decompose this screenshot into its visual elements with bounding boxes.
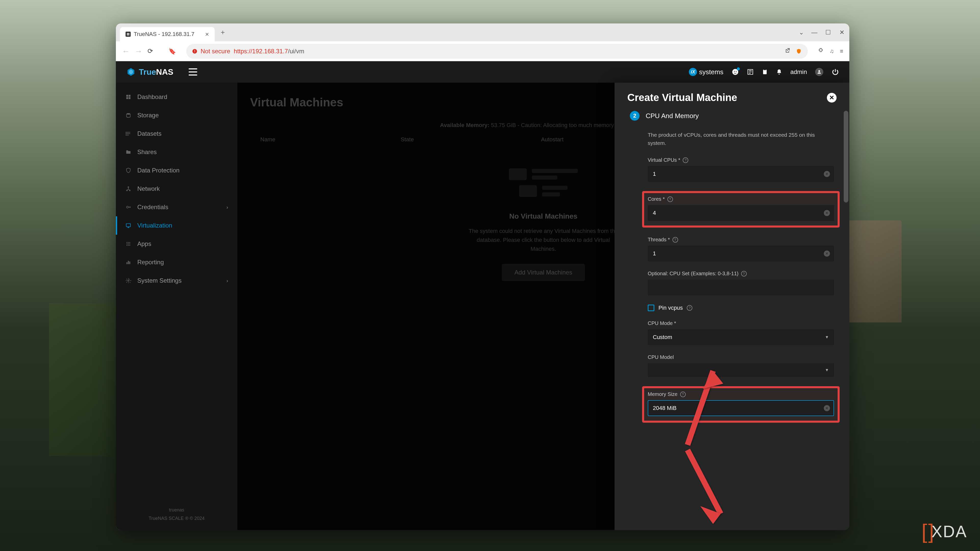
- create-vm-panel: Create Virtual Machine ✕ 2 CPU And Memor…: [614, 83, 850, 530]
- address-bar: ← → ⟳ 🔖 ! Not secure https://192.168.31.…: [116, 41, 850, 61]
- cores-label: Cores *: [648, 196, 665, 202]
- cpumodel-label: CPU Model: [648, 354, 674, 360]
- svg-rect-12: [126, 97, 128, 99]
- bookmark-icon[interactable]: 🔖: [169, 48, 176, 55]
- sidebar-item-virtualization[interactable]: Virtualization: [116, 216, 237, 235]
- brave-shield-icon[interactable]: [796, 48, 802, 54]
- help-icon[interactable]: ?: [687, 305, 692, 311]
- new-tab-button[interactable]: +: [221, 28, 225, 37]
- sidebar-item-credentials[interactable]: Credentials ›: [116, 198, 237, 216]
- svg-point-6: [735, 71, 737, 72]
- cpumodel-select[interactable]: ▼: [648, 363, 834, 377]
- threads-input[interactable]: [648, 246, 834, 262]
- back-button[interactable]: ←: [122, 47, 130, 56]
- sidebar-item-network[interactable]: Network: [116, 179, 237, 198]
- sidebar-item-label: System Settings: [137, 277, 181, 284]
- tab-favicon-icon: [126, 32, 130, 37]
- maximize-button[interactable]: ☐: [825, 29, 832, 36]
- url-text: https://192.168.31.7/ui/vm: [234, 48, 304, 55]
- help-icon[interactable]: ?: [673, 237, 678, 243]
- help-icon[interactable]: ?: [667, 197, 673, 202]
- url-box[interactable]: ! Not secure https://192.168.31.7/ui/vm: [186, 44, 808, 59]
- help-icon[interactable]: ?: [741, 271, 747, 276]
- reporting-icon: [125, 259, 132, 265]
- ixsystems-link[interactable]: iX systems: [689, 68, 723, 76]
- sidebar-item-apps[interactable]: Apps: [116, 235, 237, 253]
- user-avatar-icon[interactable]: [815, 68, 823, 76]
- svg-rect-34: [129, 262, 130, 264]
- clear-icon[interactable]: ✕: [824, 405, 830, 411]
- notifications-icon[interactable]: [776, 68, 782, 76]
- close-window-button[interactable]: ✕: [838, 29, 845, 36]
- app-topbar: TrueNAS iX systems: [116, 61, 850, 83]
- sidebar-item-data-protection[interactable]: Data Protection: [116, 161, 237, 179]
- sidebar-item-label: Dashboard: [137, 94, 167, 100]
- sidebar-item-system-settings[interactable]: System Settings ›: [116, 272, 237, 290]
- media-icon[interactable]: ♫: [830, 48, 834, 55]
- svg-point-31: [129, 245, 130, 246]
- memsize-input[interactable]: [648, 400, 834, 416]
- chevron-down-icon: ▼: [825, 368, 829, 372]
- sidebar-item-label: Shares: [137, 148, 157, 156]
- shares-icon: [125, 149, 132, 156]
- svg-point-5: [734, 71, 735, 72]
- user-label: admin: [791, 68, 807, 76]
- cpumodel-group: CPU Model ▼: [648, 354, 834, 377]
- tab-search-icon[interactable]: ⌄: [799, 29, 804, 36]
- clear-icon[interactable]: ✕: [824, 171, 830, 177]
- svg-rect-0: [127, 33, 128, 34]
- sidebar-item-shares[interactable]: Shares: [116, 143, 237, 161]
- threads-group: Threads *? ✕: [648, 237, 834, 262]
- svg-rect-8: [764, 69, 766, 70]
- status-icon[interactable]: [732, 68, 739, 76]
- cpuset-group: Optional: CPU Set (Examples: 0-3,8-11)?: [648, 271, 834, 295]
- hamburger-menu-icon[interactable]: [189, 68, 197, 76]
- chevron-right-icon: ›: [226, 278, 228, 284]
- sidebar-item-datasets[interactable]: Datasets: [116, 124, 237, 143]
- scrollbar-thumb[interactable]: [844, 111, 848, 203]
- svg-point-29: [127, 245, 127, 246]
- step-header: 2 CPU And Memory: [614, 111, 850, 126]
- insecure-icon: !: [192, 49, 197, 54]
- truenas-logo-icon: [126, 67, 136, 77]
- reload-button[interactable]: ⟳: [148, 47, 153, 55]
- sidebar-item-dashboard[interactable]: Dashboard: [116, 88, 237, 106]
- power-icon[interactable]: [832, 68, 839, 76]
- checkin-icon[interactable]: [747, 68, 754, 75]
- sidebar-item-storage[interactable]: Storage: [116, 106, 237, 124]
- key-icon: [125, 204, 132, 210]
- sidebar-item-label: Reporting: [137, 259, 164, 266]
- cpuset-input[interactable]: [648, 279, 834, 295]
- menu-icon[interactable]: ≡: [840, 48, 843, 55]
- vcpu-input[interactable]: [648, 166, 834, 182]
- panel-close-button[interactable]: ✕: [827, 93, 837, 103]
- cpumode-select[interactable]: Custom ▼: [648, 329, 834, 345]
- svg-point-18: [128, 187, 129, 188]
- pin-vcpus-checkbox[interactable]: [648, 305, 654, 311]
- sidebar-item-reporting[interactable]: Reporting: [116, 253, 237, 272]
- empty-state: No Virtual Machines The system could not…: [467, 168, 620, 281]
- clipboard-icon[interactable]: [762, 68, 768, 76]
- security-label: Not secure: [200, 48, 230, 55]
- help-icon[interactable]: ?: [682, 157, 688, 163]
- clear-icon[interactable]: ✕: [824, 210, 830, 216]
- active-tab[interactable]: TrueNAS - 192.168.31.7 ×: [120, 27, 215, 41]
- add-vm-button[interactable]: Add Virtual Machines: [502, 264, 585, 281]
- tab-title: TrueNAS - 192.168.31.7: [134, 31, 194, 38]
- tab-close-icon[interactable]: ×: [205, 30, 209, 38]
- share-icon[interactable]: [785, 48, 791, 55]
- logo[interactable]: TrueNAS: [126, 67, 173, 77]
- vcpu-group: Virtual CPUs *? ✕: [648, 157, 834, 182]
- network-icon: [125, 186, 132, 192]
- empty-title: No Virtual Machines: [467, 212, 620, 221]
- sidebar: Dashboard Storage Datasets Shares Data P…: [116, 83, 237, 530]
- help-icon[interactable]: ?: [680, 392, 686, 397]
- extensions-icon[interactable]: [818, 48, 824, 55]
- vcpu-label: Virtual CPUs *: [648, 157, 680, 163]
- cores-input[interactable]: [648, 205, 834, 221]
- cores-highlight: Cores *? ✕: [642, 191, 840, 227]
- minimize-button[interactable]: —: [811, 29, 818, 36]
- clear-icon[interactable]: ✕: [824, 251, 830, 257]
- svg-rect-2: [127, 35, 128, 35]
- forward-button[interactable]: →: [135, 47, 142, 56]
